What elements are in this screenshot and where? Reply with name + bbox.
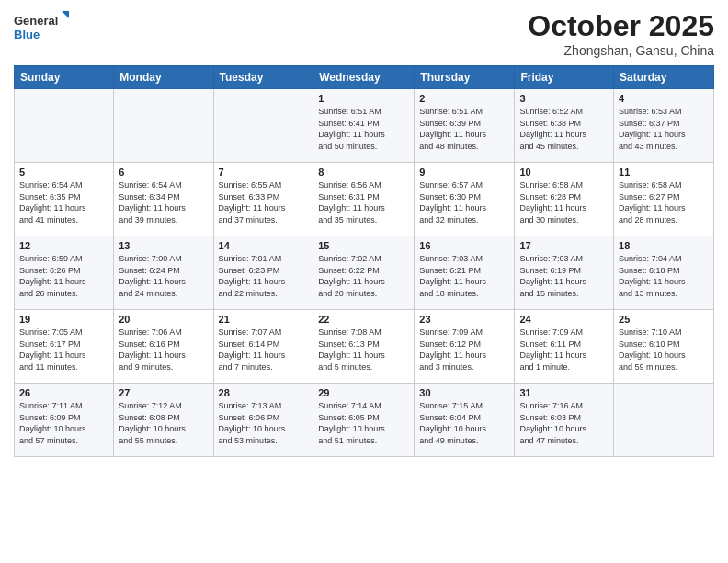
calendar-cell: 22Sunrise: 7:08 AM Sunset: 6:13 PM Dayli… xyxy=(313,310,415,384)
weekday-header: Tuesday xyxy=(213,66,313,89)
header-row: SundayMondayTuesdayWednesdayThursdayFrid… xyxy=(15,66,714,89)
day-detail: Sunrise: 7:11 AM Sunset: 6:09 PM Dayligh… xyxy=(19,400,108,446)
day-detail: Sunrise: 7:01 AM Sunset: 6:23 PM Dayligh… xyxy=(219,253,309,299)
day-detail: Sunrise: 7:12 AM Sunset: 6:08 PM Dayligh… xyxy=(119,400,208,446)
calendar-cell: 19Sunrise: 7:05 AM Sunset: 6:17 PM Dayli… xyxy=(15,310,114,384)
day-number: 8 xyxy=(318,167,409,178)
day-number: 25 xyxy=(619,314,709,325)
weekday-header: Sunday xyxy=(15,66,114,89)
calendar-cell: 3Sunrise: 6:52 AM Sunset: 6:38 PM Daylig… xyxy=(515,89,614,163)
day-number: 12 xyxy=(19,240,108,251)
month-title: October 2025 xyxy=(528,9,714,43)
calendar-cell: 1Sunrise: 6:51 AM Sunset: 6:41 PM Daylig… xyxy=(313,89,415,163)
calendar-cell: 14Sunrise: 7:01 AM Sunset: 6:23 PM Dayli… xyxy=(213,236,313,310)
day-detail: Sunrise: 6:58 AM Sunset: 6:27 PM Dayligh… xyxy=(619,179,709,225)
day-detail: Sunrise: 7:10 AM Sunset: 6:10 PM Dayligh… xyxy=(619,327,709,373)
day-detail: Sunrise: 7:13 AM Sunset: 6:06 PM Dayligh… xyxy=(219,400,309,446)
day-number: 19 xyxy=(19,314,108,325)
day-number: 3 xyxy=(519,93,609,104)
day-detail: Sunrise: 6:51 AM Sunset: 6:39 PM Dayligh… xyxy=(419,106,509,152)
calendar-cell: 16Sunrise: 7:03 AM Sunset: 6:21 PM Dayli… xyxy=(415,236,515,310)
day-detail: Sunrise: 7:00 AM Sunset: 6:24 PM Dayligh… xyxy=(119,253,208,299)
location: Zhongshan, Gansu, China xyxy=(528,43,714,58)
day-number: 28 xyxy=(219,387,309,398)
calendar-cell xyxy=(614,384,714,457)
day-detail: Sunrise: 7:08 AM Sunset: 6:13 PM Dayligh… xyxy=(318,327,409,373)
svg-text:Blue: Blue xyxy=(14,28,40,41)
day-detail: Sunrise: 6:55 AM Sunset: 6:33 PM Dayligh… xyxy=(219,179,309,225)
calendar-table: SundayMondayTuesdayWednesdayThursdayFrid… xyxy=(14,65,714,457)
day-detail: Sunrise: 6:52 AM Sunset: 6:38 PM Dayligh… xyxy=(519,106,609,152)
day-number: 18 xyxy=(619,240,709,251)
calendar-week-row: 12Sunrise: 6:59 AM Sunset: 6:26 PM Dayli… xyxy=(15,236,714,310)
calendar-cell xyxy=(15,89,114,163)
day-detail: Sunrise: 7:04 AM Sunset: 6:18 PM Dayligh… xyxy=(619,253,709,299)
calendar-cell: 29Sunrise: 7:14 AM Sunset: 6:05 PM Dayli… xyxy=(313,384,415,457)
calendar-week-row: 1Sunrise: 6:51 AM Sunset: 6:41 PM Daylig… xyxy=(15,89,714,163)
day-number: 7 xyxy=(219,167,309,178)
day-number: 2 xyxy=(419,93,509,104)
day-detail: Sunrise: 6:54 AM Sunset: 6:34 PM Dayligh… xyxy=(119,179,208,225)
day-number: 13 xyxy=(119,240,208,251)
day-number: 27 xyxy=(119,387,208,398)
calendar-cell: 10Sunrise: 6:58 AM Sunset: 6:28 PM Dayli… xyxy=(515,163,614,236)
calendar-cell: 26Sunrise: 7:11 AM Sunset: 6:09 PM Dayli… xyxy=(15,384,114,457)
calendar-cell: 15Sunrise: 7:02 AM Sunset: 6:22 PM Dayli… xyxy=(313,236,415,310)
day-detail: Sunrise: 7:07 AM Sunset: 6:14 PM Dayligh… xyxy=(219,327,309,373)
calendar-cell xyxy=(114,89,213,163)
calendar-cell: 24Sunrise: 7:09 AM Sunset: 6:11 PM Dayli… xyxy=(515,310,614,384)
day-detail: Sunrise: 7:09 AM Sunset: 6:12 PM Dayligh… xyxy=(419,327,509,373)
weekday-header: Saturday xyxy=(614,66,714,89)
weekday-header: Friday xyxy=(515,66,614,89)
calendar-cell: 5Sunrise: 6:54 AM Sunset: 6:35 PM Daylig… xyxy=(15,163,114,236)
title-block: October 2025 Zhongshan, Gansu, China xyxy=(528,9,714,58)
day-detail: Sunrise: 6:54 AM Sunset: 6:35 PM Dayligh… xyxy=(19,179,108,225)
calendar-cell: 27Sunrise: 7:12 AM Sunset: 6:08 PM Dayli… xyxy=(114,384,213,457)
calendar-cell: 18Sunrise: 7:04 AM Sunset: 6:18 PM Dayli… xyxy=(614,236,714,310)
day-number: 24 xyxy=(519,314,609,325)
day-number: 15 xyxy=(318,240,409,251)
calendar-cell: 4Sunrise: 6:53 AM Sunset: 6:37 PM Daylig… xyxy=(614,89,714,163)
calendar-cell: 23Sunrise: 7:09 AM Sunset: 6:12 PM Dayli… xyxy=(415,310,515,384)
day-number: 11 xyxy=(619,167,709,178)
calendar-cell: 21Sunrise: 7:07 AM Sunset: 6:14 PM Dayli… xyxy=(213,310,313,384)
day-detail: Sunrise: 6:51 AM Sunset: 6:41 PM Dayligh… xyxy=(318,106,409,152)
day-detail: Sunrise: 7:06 AM Sunset: 6:16 PM Dayligh… xyxy=(119,327,208,373)
calendar-cell: 2Sunrise: 6:51 AM Sunset: 6:39 PM Daylig… xyxy=(415,89,515,163)
day-number: 6 xyxy=(119,167,208,178)
day-number: 10 xyxy=(519,167,609,178)
day-number: 14 xyxy=(219,240,309,251)
calendar-cell: 30Sunrise: 7:15 AM Sunset: 6:04 PM Dayli… xyxy=(415,384,515,457)
calendar-cell: 7Sunrise: 6:55 AM Sunset: 6:33 PM Daylig… xyxy=(213,163,313,236)
day-detail: Sunrise: 6:59 AM Sunset: 6:26 PM Dayligh… xyxy=(19,253,108,299)
day-number: 5 xyxy=(19,167,108,178)
day-detail: Sunrise: 7:14 AM Sunset: 6:05 PM Dayligh… xyxy=(318,400,409,446)
svg-text:General: General xyxy=(14,14,58,28)
calendar-cell: 12Sunrise: 6:59 AM Sunset: 6:26 PM Dayli… xyxy=(15,236,114,310)
calendar-page: General Blue October 2025 Zhongshan, Gan… xyxy=(0,0,728,563)
logo: General Blue xyxy=(14,9,69,46)
day-number: 30 xyxy=(419,387,509,398)
calendar-cell xyxy=(213,89,313,163)
day-number: 31 xyxy=(519,387,609,398)
day-number: 26 xyxy=(19,387,108,398)
day-number: 16 xyxy=(419,240,509,251)
day-detail: Sunrise: 6:56 AM Sunset: 6:31 PM Dayligh… xyxy=(318,179,409,225)
day-number: 1 xyxy=(318,93,409,104)
weekday-header: Thursday xyxy=(415,66,515,89)
calendar-cell: 31Sunrise: 7:16 AM Sunset: 6:03 PM Dayli… xyxy=(515,384,614,457)
day-detail: Sunrise: 7:16 AM Sunset: 6:03 PM Dayligh… xyxy=(519,400,609,446)
weekday-header: Monday xyxy=(114,66,213,89)
day-detail: Sunrise: 6:57 AM Sunset: 6:30 PM Dayligh… xyxy=(419,179,509,225)
calendar-cell: 17Sunrise: 7:03 AM Sunset: 6:19 PM Dayli… xyxy=(515,236,614,310)
day-detail: Sunrise: 6:58 AM Sunset: 6:28 PM Dayligh… xyxy=(519,179,609,225)
day-number: 29 xyxy=(318,387,409,398)
calendar-cell: 9Sunrise: 6:57 AM Sunset: 6:30 PM Daylig… xyxy=(415,163,515,236)
calendar-cell: 28Sunrise: 7:13 AM Sunset: 6:06 PM Dayli… xyxy=(213,384,313,457)
day-number: 17 xyxy=(519,240,609,251)
svg-marker-2 xyxy=(62,11,69,20)
calendar-cell: 20Sunrise: 7:06 AM Sunset: 6:16 PM Dayli… xyxy=(114,310,213,384)
day-number: 4 xyxy=(619,93,709,104)
day-detail: Sunrise: 7:03 AM Sunset: 6:19 PM Dayligh… xyxy=(519,253,609,299)
calendar-week-row: 5Sunrise: 6:54 AM Sunset: 6:35 PM Daylig… xyxy=(15,163,714,236)
